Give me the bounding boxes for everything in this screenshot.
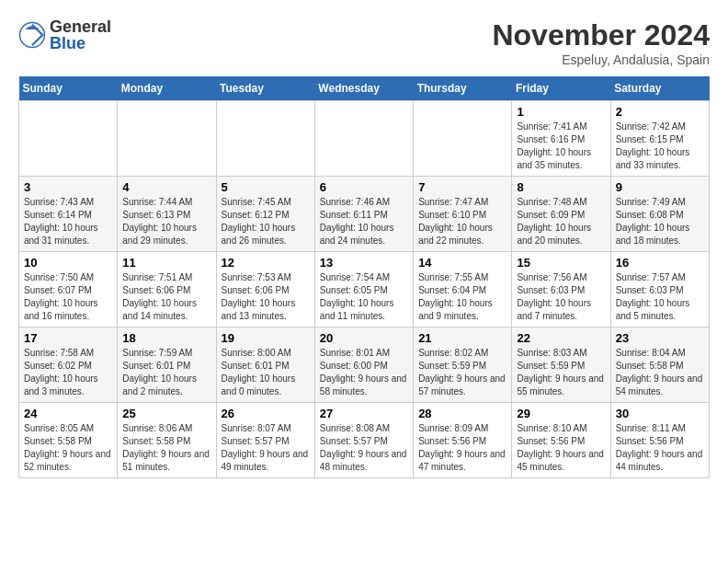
day-info: Sunrise: 8:04 AM Sunset: 5:58 PM Dayligh… [616,347,704,398]
calendar-day: 19Sunrise: 8:00 AM Sunset: 6:01 PM Dayli… [216,327,314,403]
calendar-day: 14Sunrise: 7:55 AM Sunset: 6:04 PM Dayli… [414,252,512,327]
calendar-day: 4Sunrise: 7:44 AM Sunset: 6:13 PM Daylig… [118,177,216,252]
calendar-day: 20Sunrise: 8:01 AM Sunset: 6:00 PM Dayli… [314,327,413,403]
day-info: Sunrise: 8:05 AM Sunset: 5:58 PM Dayligh… [24,422,112,474]
day-number: 6 [320,180,408,194]
calendar-day: 8Sunrise: 7:48 AM Sunset: 6:09 PM Daylig… [512,177,610,252]
day-header: Saturday [610,76,709,101]
day-info: Sunrise: 7:47 AM Sunset: 6:10 PM Dayligh… [418,196,506,247]
day-info: Sunrise: 7:57 AM Sunset: 6:03 PM Dayligh… [616,271,704,323]
day-info: Sunrise: 8:01 AM Sunset: 6:00 PM Dayligh… [320,347,408,398]
calendar-week: 24Sunrise: 8:05 AM Sunset: 5:58 PM Dayli… [19,403,710,478]
day-info: Sunrise: 8:11 AM Sunset: 5:56 PM Dayligh… [616,422,704,474]
day-info: Sunrise: 7:42 AM Sunset: 6:15 PM Dayligh… [616,121,704,172]
day-info: Sunrise: 7:59 AM Sunset: 6:01 PM Dayligh… [122,347,210,398]
header-row: SundayMondayTuesdayWednesdayThursdayFrid… [19,76,710,101]
calendar-day: 26Sunrise: 8:07 AM Sunset: 5:57 PM Dayli… [216,403,314,478]
day-info: Sunrise: 7:51 AM Sunset: 6:06 PM Dayligh… [122,271,210,323]
day-info: Sunrise: 8:07 AM Sunset: 5:57 PM Dayligh… [222,422,310,474]
calendar-day: 12Sunrise: 7:53 AM Sunset: 6:06 PM Dayli… [216,252,314,327]
calendar-day: 10Sunrise: 7:50 AM Sunset: 6:07 PM Dayli… [19,252,118,327]
calendar-day: 17Sunrise: 7:58 AM Sunset: 6:02 PM Dayli… [19,327,118,403]
day-info: Sunrise: 8:00 AM Sunset: 6:01 PM Dayligh… [222,347,310,398]
day-info: Sunrise: 7:44 AM Sunset: 6:13 PM Dayligh… [122,196,210,247]
logo-general: General [50,18,111,35]
logo-icon [18,21,46,49]
day-number: 9 [616,180,704,194]
calendar-day: 29Sunrise: 8:10 AM Sunset: 5:56 PM Dayli… [512,403,610,478]
logo: General Blue [18,18,111,52]
calendar-day: 24Sunrise: 8:05 AM Sunset: 5:58 PM Dayli… [19,403,118,478]
calendar-day: 18Sunrise: 7:59 AM Sunset: 6:01 PM Dayli… [118,327,216,403]
calendar-day: 1Sunrise: 7:41 AM Sunset: 6:16 PM Daylig… [512,101,610,177]
calendar-week: 17Sunrise: 7:58 AM Sunset: 6:02 PM Dayli… [19,327,710,403]
day-info: Sunrise: 7:46 AM Sunset: 6:11 PM Dayligh… [320,196,408,247]
day-number: 3 [24,180,112,194]
calendar-day: 28Sunrise: 8:09 AM Sunset: 5:56 PM Dayli… [414,403,512,478]
day-header: Monday [118,76,216,101]
day-number: 27 [320,407,408,420]
calendar-body: 1Sunrise: 7:41 AM Sunset: 6:16 PM Daylig… [19,101,710,478]
day-number: 7 [418,180,506,194]
day-number: 26 [222,407,310,420]
day-number: 30 [616,407,704,420]
day-header: Sunday [19,76,118,101]
day-number: 16 [616,256,704,270]
day-number: 28 [418,407,506,420]
calendar-day: 13Sunrise: 7:54 AM Sunset: 6:05 PM Dayli… [314,252,413,327]
day-number: 2 [616,105,704,119]
day-number: 14 [418,256,506,270]
day-info: Sunrise: 7:54 AM Sunset: 6:05 PM Dayligh… [320,271,408,323]
day-number: 21 [418,331,506,345]
calendar-day: 2Sunrise: 7:42 AM Sunset: 6:15 PM Daylig… [610,101,709,177]
logo-blue: Blue [50,35,111,52]
logo-text: General Blue [50,18,111,52]
day-info: Sunrise: 7:55 AM Sunset: 6:04 PM Dayligh… [418,271,506,323]
day-info: Sunrise: 8:10 AM Sunset: 5:56 PM Dayligh… [517,422,605,474]
day-info: Sunrise: 8:09 AM Sunset: 5:56 PM Dayligh… [418,422,506,474]
page-header: General Blue November 2024 Espeluy, Anda… [18,18,710,67]
calendar-day [19,101,118,177]
day-info: Sunrise: 7:58 AM Sunset: 6:02 PM Dayligh… [24,347,112,398]
day-number: 4 [122,180,210,194]
day-number: 17 [24,331,112,345]
calendar-day: 6Sunrise: 7:46 AM Sunset: 6:11 PM Daylig… [314,177,413,252]
day-number: 10 [24,256,112,270]
day-number: 22 [517,331,605,345]
calendar-day [216,101,314,177]
calendar-day: 22Sunrise: 8:03 AM Sunset: 5:59 PM Dayli… [512,327,610,403]
calendar-day [314,101,413,177]
day-number: 19 [222,331,310,345]
calendar-day: 3Sunrise: 7:43 AM Sunset: 6:14 PM Daylig… [19,177,118,252]
calendar-day: 21Sunrise: 8:02 AM Sunset: 5:59 PM Dayli… [414,327,512,403]
title-area: November 2024 Espeluy, Andalusia, Spain [492,18,710,67]
day-number: 23 [616,331,704,345]
day-number: 29 [517,407,605,420]
day-info: Sunrise: 7:41 AM Sunset: 6:16 PM Dayligh… [517,121,605,172]
day-info: Sunrise: 7:45 AM Sunset: 6:12 PM Dayligh… [222,196,310,247]
location: Espeluy, Andalusia, Spain [492,52,710,67]
calendar-day: 9Sunrise: 7:49 AM Sunset: 6:08 PM Daylig… [610,177,709,252]
month-title: November 2024 [492,18,710,52]
day-number: 25 [122,407,210,420]
day-number: 13 [320,256,408,270]
calendar-day: 27Sunrise: 8:08 AM Sunset: 5:57 PM Dayli… [314,403,413,478]
day-number: 24 [24,407,112,420]
day-info: Sunrise: 8:02 AM Sunset: 5:59 PM Dayligh… [418,347,506,398]
calendar-day: 30Sunrise: 8:11 AM Sunset: 5:56 PM Dayli… [610,403,709,478]
calendar-day: 11Sunrise: 7:51 AM Sunset: 6:06 PM Dayli… [118,252,216,327]
day-info: Sunrise: 7:49 AM Sunset: 6:08 PM Dayligh… [616,196,704,247]
calendar-day: 23Sunrise: 8:04 AM Sunset: 5:58 PM Dayli… [610,327,709,403]
day-number: 1 [517,105,605,119]
calendar-day: 16Sunrise: 7:57 AM Sunset: 6:03 PM Dayli… [610,252,709,327]
calendar-day: 15Sunrise: 7:56 AM Sunset: 6:03 PM Dayli… [512,252,610,327]
day-header: Wednesday [314,76,413,101]
day-info: Sunrise: 7:43 AM Sunset: 6:14 PM Dayligh… [24,196,112,247]
day-header: Thursday [414,76,512,101]
calendar-day: 7Sunrise: 7:47 AM Sunset: 6:10 PM Daylig… [414,177,512,252]
day-info: Sunrise: 8:06 AM Sunset: 5:58 PM Dayligh… [122,422,210,474]
day-info: Sunrise: 8:03 AM Sunset: 5:59 PM Dayligh… [517,347,605,398]
day-info: Sunrise: 7:56 AM Sunset: 6:03 PM Dayligh… [517,271,605,323]
day-header: Friday [512,76,610,101]
day-number: 8 [517,180,605,194]
